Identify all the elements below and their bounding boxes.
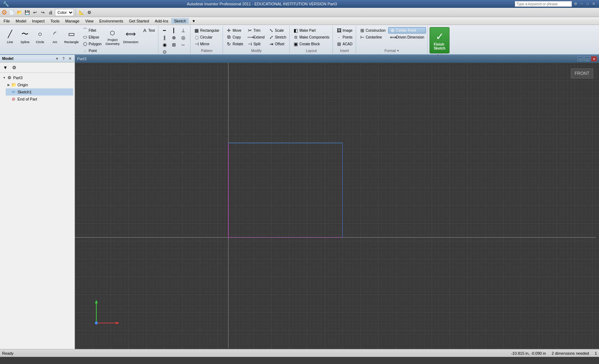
canvas-minimize-btn[interactable]: ─ bbox=[578, 56, 583, 61]
canvas-viewport[interactable]: FRONT bbox=[75, 63, 599, 349]
constrain-fix-btn[interactable]: ⊕ bbox=[169, 34, 178, 41]
construction-label: Construction bbox=[366, 29, 386, 32]
color-dropdown[interactable]: Color bbox=[55, 9, 74, 16]
rectangular-btn[interactable]: ▦ Rectangular bbox=[192, 27, 221, 34]
draw-small-col: ⌒ Fillet ⬭ Ellipse ⬡ Polygon · Point bbox=[81, 27, 103, 54]
menu-add-ins[interactable]: Add-Ins bbox=[152, 18, 171, 24]
stretch-btn[interactable]: ⤢ Stretch bbox=[267, 34, 288, 40]
acad-btn[interactable]: ⊞ ACAD bbox=[335, 41, 354, 47]
menu-model[interactable]: Model bbox=[13, 18, 29, 24]
menu-inspect[interactable]: Inspect bbox=[29, 18, 47, 24]
sidebar-filter-tool[interactable]: ▼ bbox=[1, 63, 9, 71]
status-dimensions: 2 dimensions needed bbox=[552, 351, 589, 355]
eop-expander bbox=[6, 97, 11, 101]
menu-dropdown-arrow[interactable]: ▼ bbox=[189, 18, 198, 24]
constrain-v-btn[interactable]: ┃ bbox=[169, 27, 178, 34]
arc-btn[interactable]: ◜ Arc bbox=[48, 27, 62, 47]
constrain-mid-btn[interactable]: ⊞ bbox=[169, 41, 178, 48]
create-block-btn[interactable]: ▣ Create Block bbox=[291, 41, 331, 47]
save-btn[interactable]: 💾 bbox=[24, 9, 31, 16]
canvas-restore-btn[interactable]: □ bbox=[584, 56, 590, 61]
menu-manage[interactable]: Manage bbox=[62, 18, 82, 24]
new-btn[interactable]: 📄 bbox=[8, 9, 15, 16]
driven-dimension-btn[interactable]: ⟺ Driven Dimension bbox=[388, 34, 426, 40]
menu-file[interactable]: File bbox=[1, 18, 13, 24]
menu-environments[interactable]: Environments bbox=[96, 18, 126, 24]
ellipse-btn[interactable]: ⬭ Ellipse bbox=[81, 34, 103, 40]
origin-expander[interactable]: ▶ bbox=[6, 83, 11, 87]
dimension-btn[interactable]: ⟺ Dimension bbox=[122, 27, 140, 47]
make-components-btn[interactable]: ⧈ Make Components bbox=[291, 34, 331, 40]
copy-btn[interactable]: ⧉ Copy bbox=[225, 34, 245, 40]
mirror-btn[interactable]: ⊣ Mirror bbox=[192, 41, 221, 47]
constrain-conc-btn[interactable]: ◉ bbox=[160, 41, 169, 48]
finish-sketch-btn[interactable]: ✓ FinishSketch bbox=[430, 27, 450, 53]
app-logo: ⚙ bbox=[1, 9, 7, 16]
settings-btn[interactable]: ⚙ bbox=[86, 9, 93, 16]
polygon-btn[interactable]: ⬡ Polygon bbox=[81, 41, 103, 47]
extend-btn[interactable]: ⟶ Extend bbox=[245, 34, 266, 40]
line-btn[interactable]: ╱ Line bbox=[3, 27, 17, 47]
offset-btn[interactable]: ⇥ Offset bbox=[267, 41, 288, 47]
part3-expander[interactable]: ▼ bbox=[2, 76, 6, 80]
constrain-perp-btn[interactable]: ⊥ bbox=[179, 27, 187, 34]
sidebar-search-tool[interactable]: ⚙ bbox=[10, 63, 18, 71]
maximize-btn[interactable]: □ bbox=[585, 1, 590, 6]
origin-icon: 📁 bbox=[11, 82, 16, 88]
fillet-btn[interactable]: ⌒ Fillet bbox=[81, 27, 103, 34]
move-btn[interactable]: ✛ Move bbox=[225, 27, 245, 34]
circular-pattern-btn[interactable]: ◌ Circular bbox=[192, 34, 221, 40]
construction-icon: ⊞ bbox=[360, 28, 365, 33]
sidebar: Model ▼ ? ✕ ▼ ⚙ ▼ ⚙ Part3 ▶ 📁 Origin bbox=[0, 55, 75, 349]
help-btn[interactable]: ⚙ bbox=[573, 1, 578, 6]
trim-btn[interactable]: ✂ Trim bbox=[245, 27, 266, 34]
rotate-btn[interactable]: ↻ Rotate bbox=[225, 41, 245, 47]
split-btn[interactable]: ⊣ Split bbox=[245, 41, 266, 47]
close-btn[interactable]: ✕ bbox=[591, 1, 596, 6]
constrain-par-btn[interactable]: ∥ bbox=[160, 34, 169, 41]
minimize-btn[interactable]: ─ bbox=[579, 1, 584, 6]
sidebar-filter-btn[interactable]: ▼ bbox=[55, 56, 60, 61]
measure-btn[interactable]: 📐 bbox=[78, 9, 85, 16]
sidebar-help-btn[interactable]: ? bbox=[61, 56, 66, 61]
undo-btn[interactable]: ↩ bbox=[31, 9, 39, 16]
tree-item-end-of-part[interactable]: ⊘ End of Part bbox=[6, 96, 73, 103]
layout-group-label: Layout bbox=[306, 48, 317, 53]
make-part-btn[interactable]: ◧ Make Part bbox=[291, 27, 331, 34]
point-btn[interactable]: · Point bbox=[81, 47, 103, 54]
redo-btn[interactable]: ↪ bbox=[39, 9, 46, 16]
menu-tools[interactable]: Tools bbox=[47, 18, 62, 24]
centerline-btn[interactable]: ⊢ Centerline bbox=[358, 34, 387, 40]
canvas-close-btn[interactable]: ✕ bbox=[591, 56, 597, 61]
constrain-tan-btn[interactable]: ⊙ bbox=[160, 48, 169, 55]
menu-get-started[interactable]: Get Started bbox=[126, 18, 152, 24]
tree-item-part3[interactable]: ▼ ⚙ Part3 bbox=[1, 74, 73, 81]
search-input[interactable] bbox=[517, 2, 570, 6]
menu-sketch[interactable]: Sketch bbox=[171, 18, 189, 24]
circle-btn[interactable]: ○ Circle bbox=[33, 27, 47, 47]
center-point-btn[interactable]: ⊕ Center Point bbox=[388, 27, 426, 34]
modify-tools: ✛ Move ⧉ Copy ↻ Rotate ✂ Trim bbox=[225, 26, 288, 48]
format-dropdown-arrow[interactable]: ▼ bbox=[396, 49, 399, 52]
menu-view[interactable]: View bbox=[82, 18, 97, 24]
constrain-coin-btn[interactable]: ◎ bbox=[179, 34, 187, 41]
points-btn[interactable]: · Points bbox=[335, 34, 354, 40]
image-btn[interactable]: 🖼 Image bbox=[335, 27, 354, 34]
constrain-h-btn[interactable]: ━ bbox=[160, 27, 169, 34]
tree-item-sketch1[interactable]: ✏ Sketch1 bbox=[6, 88, 73, 96]
modify-col3: ⤡ Scale ⤢ Stretch ⇥ Offset bbox=[267, 27, 288, 47]
project-geometry-btn[interactable]: ⬡ ProjectGeometry bbox=[104, 27, 121, 47]
open-btn[interactable]: 📂 bbox=[16, 9, 23, 16]
rectangle-icon: ▭ bbox=[66, 28, 77, 40]
search-box[interactable] bbox=[515, 1, 572, 7]
rectangle-btn[interactable]: ▭ Rectangle bbox=[63, 27, 80, 47]
text-btn[interactable]: A Text bbox=[141, 27, 157, 34]
canvas-titlebar: Part3 ─ □ ✕ bbox=[75, 55, 599, 63]
sidebar-close-btn[interactable]: ✕ bbox=[67, 56, 72, 61]
print-btn[interactable]: 🖨 bbox=[47, 9, 54, 16]
construction-btn[interactable]: ⊞ Construction bbox=[358, 27, 387, 34]
spline-btn[interactable]: 〜 Spline bbox=[18, 27, 32, 47]
scale-btn[interactable]: ⤡ Scale bbox=[267, 27, 288, 34]
constrain-sym-btn[interactable]: ↔ bbox=[179, 41, 187, 48]
tree-item-origin[interactable]: ▶ 📁 Origin bbox=[6, 81, 73, 88]
